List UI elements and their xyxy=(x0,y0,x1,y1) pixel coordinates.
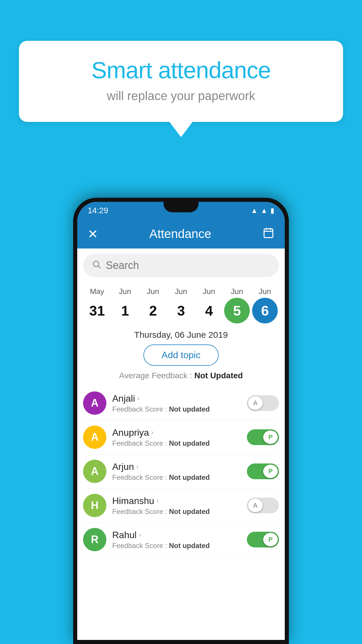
speech-bubble: Smart attendance will replace your paper… xyxy=(19,41,343,122)
student-item-0[interactable]: AAnjali ›Feedback Score : Not updatedA xyxy=(83,386,279,420)
avg-feedback: Average Feedback : Not Updated xyxy=(77,371,285,380)
avatar-1: A xyxy=(83,426,106,449)
battery-icon: ▮ xyxy=(270,206,274,215)
student-item-3[interactable]: HHimanshu ›Feedback Score : Not updatedA xyxy=(83,489,279,523)
app-header: ✕ Attendance xyxy=(77,219,285,249)
status-time: 14:29 xyxy=(88,206,108,215)
signal-icon: ▲ xyxy=(261,206,268,215)
student-item-2[interactable]: AArjun ›Feedback Score : Not updatedP xyxy=(83,454,279,489)
header-title: Attendance xyxy=(149,227,211,241)
bubble-title: Smart attendance xyxy=(36,57,326,84)
student-list: AAnjali ›Feedback Score : Not updatedAAA… xyxy=(77,386,285,557)
bubble-subtitle: will replace your paperwork xyxy=(36,89,326,103)
svg-point-4 xyxy=(93,261,99,267)
toggle-0[interactable]: A xyxy=(247,395,279,411)
avatar-2: A xyxy=(83,460,106,483)
toggle-2[interactable]: P xyxy=(247,463,279,479)
close-button[interactable]: ✕ xyxy=(88,227,98,241)
cal-day-4[interactable]: Jun4 xyxy=(196,287,222,323)
wifi-icon: ▲ xyxy=(251,206,258,215)
status-bar: 14:29 ▲ ▲ ▮ xyxy=(77,202,285,219)
avatar-3: H xyxy=(83,494,106,517)
cal-day-3[interactable]: Jun3 xyxy=(168,287,194,323)
avatar-4: R xyxy=(83,528,106,551)
phone-frame: 14:29 ▲ ▲ ▮ ✕ Attendance xyxy=(73,198,289,644)
search-bar[interactable] xyxy=(83,254,279,277)
calendar-icon[interactable] xyxy=(263,227,274,241)
toggle-3[interactable]: A xyxy=(247,498,279,513)
cal-day-0[interactable]: May31 xyxy=(84,287,110,323)
student-item-1[interactable]: AAnupriya ›Feedback Score : Not updatedP xyxy=(83,420,279,454)
cal-day-5[interactable]: Jun5 xyxy=(224,287,250,323)
cal-day-2[interactable]: Jun2 xyxy=(140,287,166,323)
avatar-0: A xyxy=(83,391,106,415)
toggle-1[interactable]: P xyxy=(247,429,279,445)
svg-rect-0 xyxy=(264,229,273,237)
search-input[interactable] xyxy=(106,259,270,272)
search-icon xyxy=(92,260,101,271)
selected-date: Thursday, 06 June 2019 xyxy=(77,330,285,340)
add-topic-button[interactable]: Add topic xyxy=(143,344,218,366)
status-icons: ▲ ▲ ▮ xyxy=(251,206,274,215)
student-item-4[interactable]: RRahul ›Feedback Score : Not updatedP xyxy=(83,523,279,557)
svg-line-5 xyxy=(98,266,100,268)
cal-day-1[interactable]: Jun1 xyxy=(112,287,138,323)
phone-inner: 14:29 ▲ ▲ ▮ ✕ Attendance xyxy=(77,202,285,640)
toggle-4[interactable]: P xyxy=(247,532,279,547)
notch xyxy=(164,202,198,212)
bottom-fade xyxy=(77,617,285,640)
calendar-row: May31Jun1Jun2Jun3Jun4Jun5Jun6 xyxy=(77,282,285,323)
cal-day-6[interactable]: Jun6 xyxy=(252,287,278,323)
